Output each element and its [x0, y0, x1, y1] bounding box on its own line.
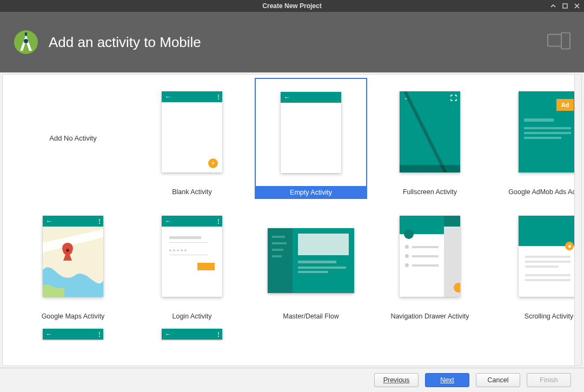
template-empty[interactable]: ←Empty Activity	[251, 75, 370, 199]
template-label: Login Activity	[136, 310, 248, 322]
maximize-icon[interactable]	[561, 2, 569, 10]
template-thumbnail[interactable]: ←	[17, 202, 129, 310]
template-thumbnail[interactable]: ★	[493, 202, 574, 310]
template-admob[interactable]: Ad Google AdMob Ads Activity	[489, 75, 574, 199]
cancel-button[interactable]: Cancel	[476, 373, 520, 387]
svg-line-8	[405, 91, 446, 172]
wizard-header: Add an activity to Mobile	[0, 12, 584, 72]
template-label: Blank Activity	[136, 186, 248, 198]
template-blank[interactable]: ←+Blank Activity	[132, 75, 251, 199]
template-thumbnail[interactable]: ←	[17, 325, 129, 341]
page-title: Add an activity to Mobile	[49, 34, 201, 51]
template-panel: Add No Activity←+Blank Activity←Empty Ac…	[2, 74, 575, 366]
previous-button[interactable]: Previous	[374, 373, 419, 387]
minimize-icon[interactable]	[549, 2, 557, 10]
template-label: Scrolling Activity	[493, 310, 574, 322]
vertical-scrollbar[interactable]	[575, 74, 582, 366]
svg-rect-4	[25, 32, 27, 36]
template-thumbnail[interactable]: ←+	[136, 78, 248, 186]
wizard-footer: Previous Next Cancel Finish	[0, 368, 584, 392]
template-thumbnail[interactable]	[255, 202, 367, 310]
template-label: Add No Activity	[17, 78, 129, 198]
template-label: Fullscreen Activity	[374, 186, 486, 198]
template-thumbnail[interactable]: Ad	[493, 78, 574, 186]
template-label: Master/Detail Flow	[255, 310, 367, 322]
template-none[interactable]: Add No Activity	[14, 75, 132, 199]
template-label: Google Maps Activity	[17, 310, 129, 322]
template-maps[interactable]: ← Google Maps Activity	[14, 199, 132, 322]
content-area: Add No Activity←+Blank Activity←Empty Ac…	[0, 72, 584, 368]
window-controls	[549, 2, 581, 10]
finish-button: Finish	[527, 373, 571, 387]
svg-rect-0	[563, 4, 567, 8]
template-label: Empty Activity	[255, 187, 367, 198]
template-thumbnail[interactable]: ←	[255, 78, 367, 187]
svg-point-10	[66, 249, 69, 252]
template-partial[interactable]: ←	[14, 322, 132, 341]
template-label: Google AdMob Ads Activity	[493, 186, 574, 198]
window-titlebar: Create New Project	[0, 0, 584, 12]
template-thumbnail[interactable]: ←	[136, 202, 248, 310]
template-thumbnail[interactable]	[374, 202, 486, 310]
template-navdrawer[interactable]: Navigation Drawer Activity	[370, 199, 489, 322]
template-fullscreen[interactable]: ← Fullscreen Activity	[370, 75, 489, 199]
svg-point-5	[24, 39, 28, 43]
template-thumbnail[interactable]: ←	[136, 325, 248, 341]
template-label: Navigation Drawer Activity	[374, 310, 486, 322]
template-scrolling[interactable]: ★ Scrolling Activity	[489, 199, 574, 322]
next-button[interactable]: Next	[425, 373, 469, 387]
window-title: Create New Project	[0, 2, 584, 10]
template-thumbnail[interactable]: ←	[374, 78, 486, 186]
form-factor-icon	[547, 32, 571, 52]
close-icon[interactable]	[573, 2, 581, 10]
template-masterdetail[interactable]: Master/Detail Flow	[251, 199, 370, 322]
svg-rect-7	[561, 33, 570, 49]
android-studio-logo-icon	[13, 29, 39, 55]
template-login[interactable]: ← Login Activity	[132, 199, 251, 322]
template-partial[interactable]: ←	[132, 322, 251, 341]
